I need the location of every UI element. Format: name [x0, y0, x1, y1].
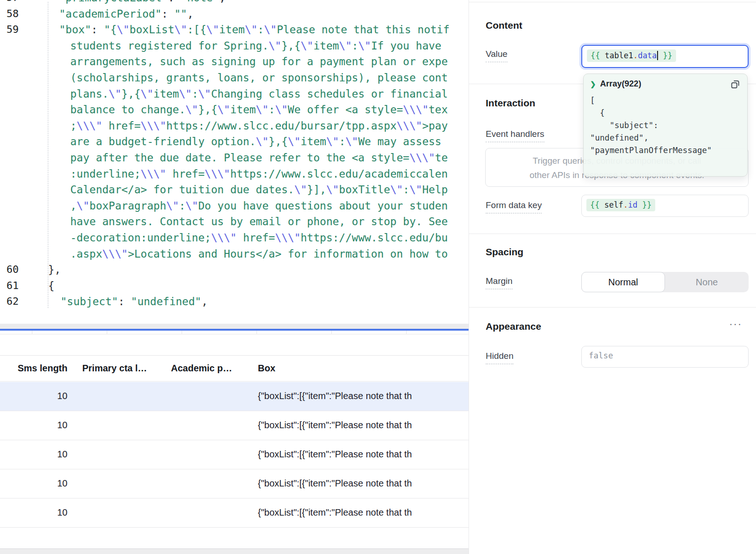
line-number: 58 [0, 6, 19, 22]
table-row[interactable]: 10{"boxList":[{"item":"Please note that … [0, 469, 469, 499]
margin-option-none[interactable]: None [665, 272, 749, 292]
clipped-grid-row [0, 331, 469, 334]
cell-box[interactable]: {"boxList":[{"item":"Please note that th [258, 420, 469, 431]
grid-cell-divider [331, 331, 332, 334]
section-divider [469, 307, 756, 308]
popup-header[interactable]: ❯Array(922) [590, 79, 641, 89]
popup-json-line: { [590, 107, 712, 119]
line-number: 61 [0, 278, 19, 294]
column-header-sms-length[interactable]: Sms length [9, 363, 67, 374]
popup-type-label: Array(922) [600, 79, 641, 88]
code-editor[interactable]: 57"primaryCtaLabel": "note",58"academicP… [0, 0, 469, 324]
column-header-academic-period[interactable]: Academic p… [171, 363, 249, 374]
cell-box[interactable]: {"boxList":[{"item":"Please note that th [258, 478, 469, 489]
column-header-box[interactable]: Box [258, 363, 350, 374]
code-line: 59"box": "{\"boxList\":[{\"item\":\"Plea… [0, 22, 469, 38]
cell-sms-length[interactable]: 10 [9, 449, 67, 460]
column-header-primary-cta[interactable]: Primary cta l… [82, 363, 161, 374]
panel-divider [469, 0, 469, 554]
horizontal-scrollbar[interactable] [0, 324, 469, 329]
cell-box[interactable]: {"boxList":[{"item":"Please note that th [258, 391, 469, 401]
section-title-appearance: Appearance [486, 321, 541, 332]
margin-label: Margin [486, 276, 512, 289]
table-header: Sms length Primary cta l… Academic p… Bo… [0, 356, 469, 382]
code-line: 57"primaryCtaLabel": "note", [0, 0, 469, 6]
code-line: arrangements, such as signing up for a p… [0, 54, 469, 70]
section-divider [469, 234, 756, 234]
table-row[interactable]: 10{"boxList":[{"item":"Please note that … [0, 440, 469, 469]
form-expression-chip: {{ self.id }} [586, 199, 655, 211]
code-line: 62"subject": "undefined", [0, 294, 469, 310]
cell-sms-length[interactable]: 10 [9, 478, 67, 489]
overflow-menu-icon[interactable]: ··· [729, 318, 742, 330]
section-divider [469, 2, 756, 2]
cell-box[interactable]: {"boxList":[{"item":"Please note that th [258, 507, 469, 518]
hidden-label: Hidden [486, 351, 513, 364]
code-line: balance to change.\"},{\"item\":\"We off… [0, 102, 469, 118]
section-title-interaction: Interaction [486, 98, 535, 109]
section-title-content: Content [486, 20, 522, 31]
code-line: pay after the due date. Please refer to … [0, 150, 469, 166]
app-window: 57"primaryCtaLabel": "note",58"academicP… [0, 0, 756, 554]
code-line: 58"academicPeriod": "", [0, 6, 469, 22]
cell-box[interactable]: {"boxList":[{"item":"Please note that th [258, 449, 469, 460]
margin-segmented-control: Normal None [581, 272, 749, 292]
table-next-row-sliver [0, 549, 469, 554]
code-line: :underline;\\\" href=\\\"https://www.slc… [0, 166, 469, 182]
popup-json-preview: [ { "subject":"undefined","paymentPlanOf… [590, 94, 712, 157]
code-line: Calendar</a> for tuition due dates.\"}],… [0, 182, 469, 198]
popup-json-line: "paymentPlanOfferMessage" [590, 144, 712, 157]
code-line: ;\\\" href=\\\"https://www.slcc.edu/burs… [0, 118, 469, 134]
cell-sms-length[interactable]: 10 [9, 507, 67, 518]
code-line: ,\"boxParagraph\":\"Do you have question… [0, 198, 469, 214]
section-title-spacing: Spacing [486, 246, 524, 258]
grid-cell-divider [182, 331, 182, 334]
hidden-value: false [589, 351, 613, 360]
code-line: .aspx\\\">Locations and Hours</a> for in… [0, 246, 469, 262]
code-line: -decoration:underline;\\\" href=\\\"http… [0, 230, 469, 246]
table-row[interactable]: 10{"boxList":[{"item":"Please note that … [0, 411, 469, 440]
line-number: 57 [0, 0, 19, 6]
form-data-key-input[interactable]: {{ self.id }} [581, 195, 749, 217]
line-number: 59 [0, 22, 19, 38]
grid-cell-divider [32, 331, 32, 334]
chevron-right-icon[interactable]: ❯ [590, 80, 596, 88]
value-input[interactable]: {{ table1.data }} [581, 45, 749, 68]
grid-cell-divider [406, 331, 407, 334]
expression-preview-popup[interactable]: ❯Array(922) [ { "subject":"undefined","p… [583, 74, 748, 177]
popup-json-line: "undefined", [590, 132, 712, 144]
table-row[interactable]: 10{"boxList":[{"item":"Please note that … [0, 382, 469, 411]
table-row[interactable]: 10{"boxList":[{"item":"Please note that … [0, 499, 469, 528]
hidden-input[interactable]: false [581, 346, 749, 368]
copy-icon[interactable] [730, 79, 741, 90]
cell-sms-length[interactable]: 10 [9, 420, 67, 431]
code-line: plans.\"},{\"item\":\"Changing class sch… [0, 86, 469, 102]
margin-option-normal[interactable]: Normal [581, 272, 665, 292]
line-number: 60 [0, 262, 19, 278]
popup-json-line: "subject": [590, 119, 712, 132]
code-line: 60}, [0, 262, 469, 278]
grid-cell-divider [256, 331, 257, 334]
cell-sms-length[interactable]: 10 [9, 391, 67, 401]
form-data-key-label: Form data key [486, 200, 542, 214]
line-number: 62 [0, 294, 19, 310]
code-line: (scholarships, grants, loans, or sponsor… [0, 70, 469, 86]
code-line: are a budget-friendly option.\"},{\"item… [0, 134, 469, 150]
code-line: students registered for Spring.\"},{\"it… [0, 38, 469, 54]
code-line: 61{ [0, 278, 469, 294]
event-handlers-label: Event handlers [486, 129, 544, 142]
code-line: have answers. Contact us by email or pho… [0, 214, 469, 230]
value-label: Value [486, 49, 507, 62]
popup-json-line: [ [590, 94, 712, 107]
grid-cell-divider [107, 331, 107, 334]
value-expression-chip: {{ table1.data }} [587, 49, 676, 62]
